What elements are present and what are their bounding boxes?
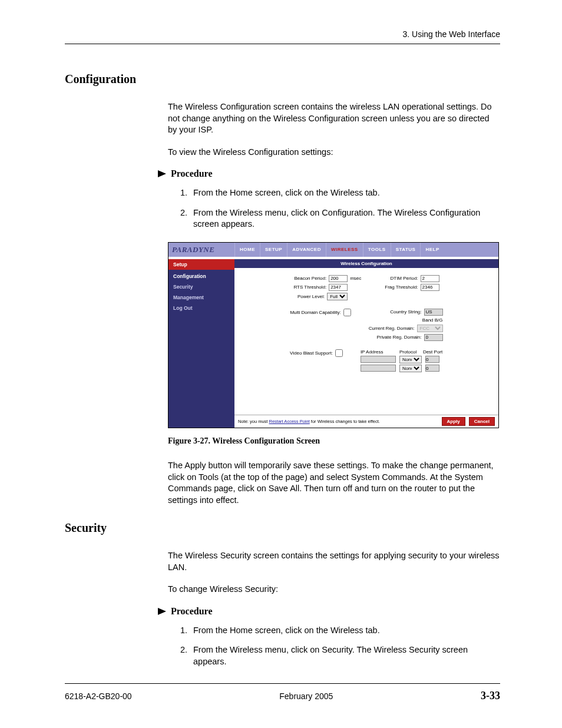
tab-help[interactable]: HELP [420, 243, 444, 257]
config-step-2: From the Wireless menu, click on Configu… [193, 207, 500, 230]
tab-tools[interactable]: TOOLS [363, 243, 391, 257]
tab-home[interactable]: HOME [234, 243, 260, 257]
procedure-marker-2: Procedure [158, 606, 500, 617]
sidebar-item-configuration[interactable]: Configuration [168, 271, 234, 282]
crd-select: FCC [417, 325, 443, 332]
power-select[interactable]: Full [327, 293, 348, 300]
restart-link[interactable]: Restart Access Point [269, 419, 310, 424]
sidebar-item-logout[interactable]: Log Out [168, 303, 234, 313]
config-after-figure: The Apply button will temporarily save t… [168, 460, 500, 506]
mdc-checkbox[interactable] [343, 309, 351, 316]
ip-header-proto: Protocol [399, 349, 419, 355]
proto-select-2[interactable]: None [399, 365, 422, 372]
frag-input[interactable] [421, 284, 439, 291]
apply-button[interactable]: Apply [442, 417, 465, 426]
rts-input[interactable] [329, 284, 348, 291]
country-label: Country String: [390, 309, 421, 315]
security-lead: To change Wireless Security: [168, 584, 500, 595]
country-input [424, 309, 443, 316]
security-step-2: From the Wireless menu, click on Securit… [193, 644, 500, 667]
footer-center: February 2005 [279, 691, 333, 701]
triangle-icon [158, 170, 166, 177]
procedure-marker-1: Procedure [158, 168, 500, 179]
mdc-label: Multi Domain Capability: [290, 310, 340, 315]
ip-input-1[interactable] [361, 356, 396, 363]
procedure-label-1: Procedure [171, 168, 213, 179]
tab-status[interactable]: STATUS [391, 243, 421, 257]
svg-marker-1 [158, 608, 166, 615]
ip-input-2[interactable] [361, 365, 396, 372]
brand-logo: PARADYNE [168, 243, 234, 257]
running-header: 3. Using the Web Interface [65, 29, 500, 39]
prd-input [424, 334, 443, 341]
section-configuration-heading: Configuration [65, 72, 500, 86]
vbs-label: Video Blast Support: [290, 350, 333, 356]
sidebar-head: Setup [168, 259, 234, 271]
tab-advanced[interactable]: ADVANCED [287, 243, 326, 257]
procedure-label-2: Procedure [171, 606, 213, 617]
security-intro: The Wireless Security screen contains th… [168, 550, 500, 573]
beacon-unit: msec [350, 276, 361, 281]
band-label: Band B/G [422, 317, 443, 323]
dtim-input[interactable] [421, 275, 439, 282]
tab-setup[interactable]: SETUP [260, 243, 287, 257]
ip-header-port: Dest Port [423, 349, 443, 355]
header-rule [65, 44, 500, 44]
beacon-input[interactable] [329, 275, 348, 282]
frag-label: Frag Threshold: [385, 284, 418, 290]
prd-label: Private Reg. Domain: [377, 335, 422, 340]
vbs-checkbox[interactable] [335, 349, 343, 357]
tab-wireless[interactable]: WIRELESS [326, 243, 363, 257]
sidebar-item-security[interactable]: Security [168, 282, 234, 292]
figure-caption: Figure 3-27. Wireless Configuration Scre… [168, 436, 500, 446]
cancel-button[interactable]: Cancel [469, 417, 495, 426]
crd-label: Current Reg. Domain: [369, 326, 415, 331]
rts-label: RTS Threshold: [293, 284, 326, 290]
section-security-heading: Security [65, 521, 500, 535]
port-input-1[interactable] [425, 356, 439, 363]
ip-header-ip: IP Address [361, 349, 396, 355]
proto-select-1[interactable]: None [399, 356, 422, 363]
triangle-icon [158, 608, 166, 615]
svg-marker-0 [158, 170, 166, 177]
security-step-1: From the Home screen, click on the Wirel… [193, 625, 500, 637]
footer-page-number: 3-33 [481, 690, 500, 702]
footer-note: Note: you must Restart Access Point for … [238, 419, 438, 424]
port-input-2[interactable] [425, 365, 439, 372]
beacon-label: Beacon Period: [294, 276, 326, 281]
screenshot-wireless-config: PARADYNE HOME SETUP ADVANCED WIRELESS TO… [168, 242, 499, 428]
config-intro: The Wireless Configuration screen contai… [168, 101, 500, 136]
power-label: Power Level: [297, 294, 325, 299]
dtim-label: DTIM Period: [390, 276, 418, 281]
panel-title: Wireless Configuration [234, 259, 498, 268]
config-lead: To view the Wireless Configuration setti… [168, 147, 500, 158]
footer-left: 6218-A2-GB20-00 [65, 691, 132, 701]
config-step-1: From the Home screen, click on the Wirel… [193, 187, 500, 199]
sidebar-item-management[interactable]: Management [168, 292, 234, 303]
